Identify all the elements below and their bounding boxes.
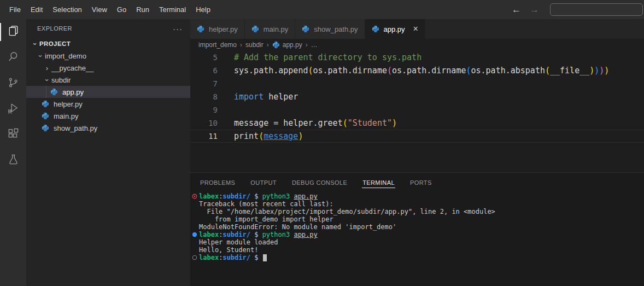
panel-tab-output[interactable]: OUTPUT xyxy=(250,177,277,188)
terminal-text: labex xyxy=(199,254,219,261)
terminal-text: $ xyxy=(250,192,262,200)
tab-main-py[interactable]: main.py xyxy=(245,19,296,39)
tree-item-label: app.py xyxy=(62,88,84,96)
terminal-line: labex:subdir/ $ python3 app.py xyxy=(192,231,644,238)
breadcrumb: import_demo›subdir›app.py›… xyxy=(190,39,644,51)
terminal-output[interactable]: labex:subdir/ $ python3 app.pyTraceback … xyxy=(190,192,644,261)
breadcrumb-separator: › xyxy=(240,41,242,49)
menu-items: FileEditSelectionViewGoRunTerminalHelp xyxy=(0,5,215,14)
terminal-text: from import_demo import helper xyxy=(199,215,333,223)
search-icon xyxy=(7,50,20,65)
panel-tab-ports[interactable]: PORTS xyxy=(409,177,432,188)
terminal-text: python3 xyxy=(262,231,294,238)
code-token: ) xyxy=(298,131,303,141)
code-token: ( xyxy=(387,66,392,75)
breadcrumb-separator: › xyxy=(306,41,308,49)
menu-item-edit[interactable]: Edit xyxy=(26,5,48,14)
terminal-line: Helper module loaded xyxy=(192,238,644,246)
breadcrumb-item-[interactable]: … xyxy=(311,41,318,49)
chevron-down-icon: › xyxy=(43,75,51,84)
close-icon[interactable]: × xyxy=(413,25,418,33)
code-editor[interactable]: 5# Add the parent directory to sys.path6… xyxy=(190,51,644,143)
menu-item-file[interactable]: File xyxy=(4,5,26,14)
code-token: helper xyxy=(264,92,298,102)
activity-search[interactable] xyxy=(0,45,26,71)
terminal-text: $ xyxy=(250,254,262,261)
code-token: os.path.abspath xyxy=(471,66,545,75)
activity-run-debug[interactable] xyxy=(0,96,26,122)
tree-item-show-path-py[interactable]: show_path.py xyxy=(26,122,190,134)
menu-item-terminal[interactable]: Terminal xyxy=(154,5,191,14)
panel-tab-problems[interactable]: PROBLEMS xyxy=(200,177,236,188)
nav-back-icon[interactable]: ← xyxy=(507,4,525,15)
terminal-link[interactable]: app.py xyxy=(294,231,317,238)
tree-item-label: PROJECT xyxy=(39,40,71,47)
terminal-text: $ xyxy=(250,231,262,238)
tab-label: app.py xyxy=(384,25,405,33)
activity-testing[interactable] xyxy=(0,148,26,173)
code-token: ) xyxy=(392,118,397,128)
terminal-text: subdir/ xyxy=(223,231,250,238)
tree-item-project[interactable]: ›PROJECT xyxy=(26,38,190,50)
tree-item-subdir[interactable]: ›subdir xyxy=(26,74,190,86)
line-number: 8 xyxy=(190,92,218,101)
tab-app-py[interactable]: app.py× xyxy=(365,19,425,39)
activity-bar xyxy=(0,19,26,286)
tree-item-helper-py[interactable]: helper.py xyxy=(26,98,190,110)
code-token: ( xyxy=(343,118,348,128)
nav-forward-icon[interactable]: → xyxy=(525,4,543,15)
code-token: ) xyxy=(594,66,599,75)
menu-item-selection[interactable]: Selection xyxy=(48,5,86,14)
code-token: __file__ xyxy=(550,66,589,75)
tab-show-path-py[interactable]: show_path.py xyxy=(295,19,365,39)
terminal-link[interactable]: app.py xyxy=(294,192,317,200)
breadcrumb-item-subdir[interactable]: subdir xyxy=(245,41,264,49)
terminal-text: Hello, Student! xyxy=(199,246,258,254)
code-line-text: print(message) xyxy=(234,131,303,141)
command-status-pending-icon xyxy=(192,255,199,260)
more-actions-icon[interactable]: ··· xyxy=(173,24,183,33)
tree-item-pycache[interactable]: ›__pycache__ xyxy=(26,62,190,74)
tree-item-main-py[interactable]: main.py xyxy=(26,110,190,122)
menu-bar: FileEditSelectionViewGoRunTerminalHelp ←… xyxy=(0,0,644,19)
tree-item-import-demo[interactable]: ›import_demo xyxy=(26,50,190,62)
terminal-text: labex xyxy=(199,231,219,238)
tree-item-app-py[interactable]: app.py xyxy=(26,86,190,98)
line-number: 7 xyxy=(190,79,218,88)
breadcrumb-label: subdir xyxy=(245,41,264,49)
menu-item-go[interactable]: Go xyxy=(112,5,131,14)
menu-right-controls: ← → xyxy=(507,0,644,19)
breadcrumb-item-app-py[interactable]: app.py xyxy=(272,41,302,49)
code-token: import xyxy=(234,92,264,102)
explorer-header: EXPLORER ··· xyxy=(26,19,190,38)
command-search-input[interactable] xyxy=(550,3,643,16)
activity-explorer[interactable] xyxy=(0,19,26,45)
terminal-text: : xyxy=(219,192,223,200)
code-line-10: 10message = helper.greet("Student") xyxy=(190,116,644,130)
terminal-line: labex:subdir/ $ xyxy=(192,254,644,261)
activity-source-control[interactable] xyxy=(0,71,26,96)
editor-tab-bar: helper.pymain.pyshow_path.pyapp.py× xyxy=(190,19,644,39)
explorer-title: EXPLORER xyxy=(37,25,72,32)
python-file-icon xyxy=(42,112,50,120)
panel-tab-debug-console[interactable]: DEBUG CONSOLE xyxy=(291,177,348,188)
code-line-6: 6sys.path.append(os.path.dirname(os.path… xyxy=(190,64,644,77)
code-line-8: 8import helper xyxy=(190,90,644,103)
tab-helper-py[interactable]: helper.py xyxy=(190,19,245,39)
line-number: 6 xyxy=(190,66,218,75)
menu-item-run[interactable]: Run xyxy=(131,5,154,14)
terminal-text: ModuleNotFoundError: No module named 'im… xyxy=(199,223,396,231)
terminal-line: File "/home/labex/project/import_demo/su… xyxy=(192,208,644,215)
activity-extensions[interactable] xyxy=(0,122,26,148)
menu-item-view[interactable]: View xyxy=(87,5,112,14)
editor-group: helper.pymain.pyshow_path.pyapp.py× impo… xyxy=(190,19,644,286)
code-line-text: message = helper.greet("Student") xyxy=(234,118,397,128)
terminal-text: : xyxy=(219,231,223,238)
run-debug-icon xyxy=(7,102,20,116)
menu-item-help[interactable]: Help xyxy=(191,5,215,14)
panel-tab-terminal[interactable]: TERMINAL xyxy=(362,177,395,188)
bottom-panel: PROBLEMSOUTPUTDEBUG CONSOLETERMINALPORTS… xyxy=(190,172,644,286)
vscode-window: { "menu_bar": { "items": ["File", "Edit"… xyxy=(0,0,644,286)
breadcrumb-item-import-demo[interactable]: import_demo xyxy=(198,41,237,49)
code-link-message[interactable]: message xyxy=(264,131,298,141)
